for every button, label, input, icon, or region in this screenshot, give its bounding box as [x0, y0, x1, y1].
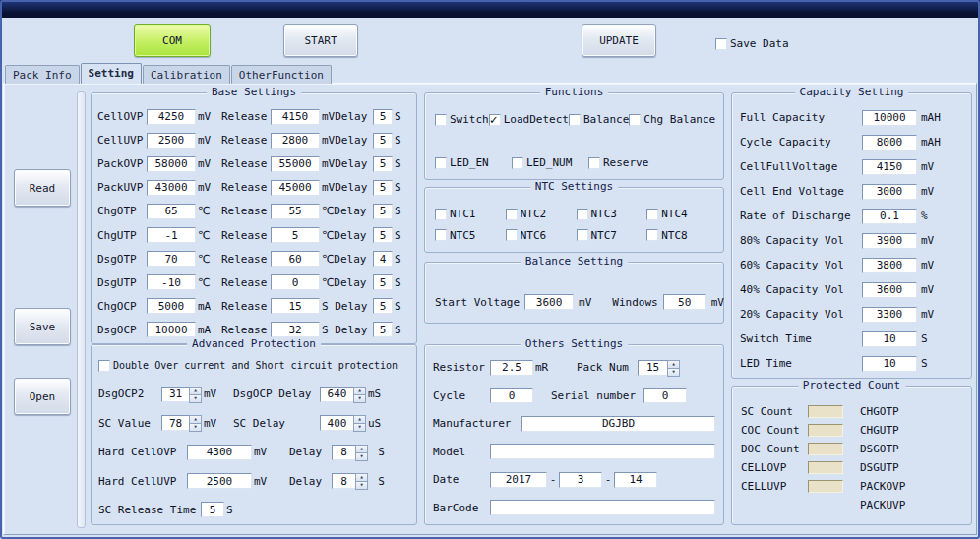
spin-up-icon[interactable]: ▴ — [355, 445, 368, 452]
checkbox-ntc1[interactable]: NTC1 — [435, 208, 506, 220]
checkbox-ntc4[interactable]: NTC4 — [646, 208, 717, 220]
com-button[interactable]: COM — [134, 24, 211, 57]
checkbox-box[interactable] — [506, 209, 518, 220]
checkbox-box[interactable] — [435, 157, 447, 169]
value-input[interactable] — [147, 133, 196, 149]
delay-input[interactable] — [373, 156, 393, 172]
resistor-input[interactable] — [490, 360, 533, 376]
release-input[interactable] — [271, 322, 320, 337]
checkbox-box[interactable] — [489, 114, 501, 126]
dsgocp2-input[interactable] — [161, 387, 189, 402]
tab-setting[interactable]: Setting — [81, 63, 142, 84]
hard-celluvp-delay-spinner[interactable]: ▴▾ — [332, 473, 368, 489]
checkbox-box[interactable] — [569, 114, 581, 126]
checkbox-box[interactable] — [435, 114, 447, 126]
read-button[interactable]: Read — [14, 169, 71, 207]
capacity-input[interactable] — [862, 282, 917, 298]
value-input[interactable] — [147, 204, 196, 219]
spin-up-icon[interactable]: ▴ — [353, 387, 366, 394]
sc-value-input[interactable] — [161, 415, 189, 431]
tab-pack-info[interactable]: Pack Info — [5, 65, 80, 84]
capacity-input[interactable] — [862, 233, 917, 249]
sc-delay-input[interactable] — [320, 415, 353, 431]
release-input[interactable] — [271, 133, 320, 149]
dsgocp2-spinner[interactable]: ▴▾ — [161, 387, 202, 402]
spin-up-icon[interactable]: ▴ — [189, 387, 202, 394]
checkbox-box[interactable] — [588, 157, 600, 169]
checkbox-box[interactable] — [512, 157, 523, 169]
checkbox-ntc2[interactable]: NTC2 — [506, 208, 577, 220]
delay-input[interactable] — [373, 109, 393, 125]
sc-release-time-input[interactable] — [201, 502, 224, 517]
delay-input[interactable] — [373, 204, 393, 219]
checkbox-ntc5[interactable]: NTC5 — [435, 229, 506, 242]
value-input[interactable] — [147, 156, 196, 172]
delay-input[interactable] — [373, 298, 393, 314]
value-input[interactable] — [147, 227, 196, 243]
capacity-input[interactable] — [862, 110, 917, 126]
checkbox-box[interactable] — [715, 38, 727, 50]
delay-input[interactable] — [373, 227, 393, 243]
release-input[interactable] — [271, 251, 320, 267]
dsgocp-delay-spinner[interactable]: ▴▾ — [320, 387, 366, 402]
sc-delay-spinner[interactable]: ▴▾ — [320, 415, 366, 431]
checkbox-ntc6[interactable]: NTC6 — [506, 229, 577, 242]
windows-input[interactable] — [663, 294, 706, 310]
capacity-input[interactable] — [862, 135, 917, 150]
title-bar[interactable] — [0, 0, 980, 18]
model-input[interactable] — [490, 444, 715, 459]
release-input[interactable] — [271, 156, 320, 172]
sc-value-spinner[interactable]: ▴▾ — [161, 415, 202, 431]
checkbox-box[interactable] — [435, 209, 447, 220]
date-day-input[interactable] — [614, 472, 657, 488]
checkbox-box[interactable] — [98, 360, 110, 372]
checkbox-ntc3[interactable]: NTC3 — [577, 208, 647, 220]
capacity-input[interactable] — [862, 184, 917, 200]
hard-celluvp-delay-input[interactable] — [332, 473, 355, 489]
open-button[interactable]: Open — [14, 378, 71, 415]
checkbox-balance[interactable]: Balance — [569, 113, 629, 126]
checkbox-box[interactable] — [435, 229, 447, 241]
dsgocp-delay-input[interactable] — [320, 387, 353, 402]
checkbox-ntc7[interactable]: NTC7 — [577, 229, 647, 242]
spin-down-icon[interactable]: ▾ — [353, 394, 366, 403]
spin-up-icon[interactable]: ▴ — [353, 415, 366, 423]
manufacturer-input[interactable] — [521, 416, 715, 432]
delay-input[interactable] — [373, 180, 393, 196]
checkbox-led-en[interactable]: LED_EN — [435, 156, 512, 169]
checkbox-box[interactable] — [629, 114, 641, 126]
value-input[interactable] — [147, 274, 196, 290]
tab-calibration[interactable]: Calibration — [143, 65, 230, 84]
checkbox-switch[interactable]: Switch — [435, 113, 489, 126]
save-button[interactable]: Save — [14, 308, 71, 345]
spin-up-icon[interactable]: ▴ — [355, 473, 368, 481]
double-protection-checkbox[interactable]: Double Over current and Short circuit pr… — [98, 360, 398, 372]
checkbox-box[interactable] — [646, 209, 658, 220]
value-input[interactable] — [147, 251, 196, 267]
spin-up-icon[interactable]: ▴ — [667, 360, 680, 368]
checkbox-box[interactable] — [506, 229, 518, 241]
delay-input[interactable] — [373, 133, 393, 149]
capacity-input[interactable] — [862, 307, 917, 323]
save-data-checkbox[interactable]: Save Data — [715, 37, 789, 50]
release-input[interactable] — [271, 274, 320, 290]
barcode-input[interactable] — [490, 500, 715, 515]
checkbox-led-num[interactable]: LED_NUM — [512, 156, 588, 169]
spin-down-icon[interactable]: ▾ — [355, 452, 368, 461]
capacity-input[interactable] — [862, 258, 917, 273]
spin-down-icon[interactable]: ▾ — [355, 481, 368, 490]
delay-input[interactable] — [373, 251, 393, 267]
value-input[interactable] — [147, 109, 196, 125]
release-input[interactable] — [271, 298, 320, 314]
pack-num-spinner[interactable]: ▴▾ — [638, 360, 680, 376]
capacity-input[interactable] — [862, 331, 917, 347]
hard-celluvp-input[interactable] — [187, 473, 252, 489]
checkbox-loaddetect[interactable]: LoadDetect — [489, 113, 569, 126]
serial-number-input[interactable] — [643, 388, 687, 403]
hard-cellovp-input[interactable] — [187, 445, 252, 460]
value-input[interactable] — [147, 298, 196, 314]
spin-down-icon[interactable]: ▾ — [189, 423, 202, 432]
checkbox-box[interactable] — [577, 209, 588, 220]
date-year-input[interactable] — [490, 472, 547, 488]
release-input[interactable] — [271, 109, 320, 125]
